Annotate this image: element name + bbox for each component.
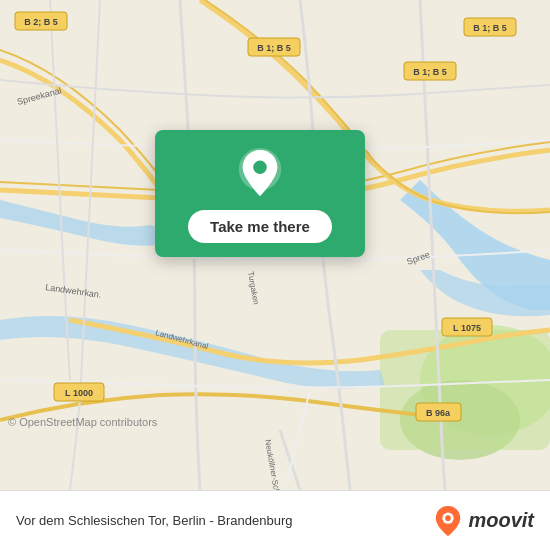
- svg-rect-3: [380, 330, 550, 450]
- location-label: Vor dem Schlesischen Tor, Berlin - Brand…: [16, 513, 293, 528]
- svg-text:B 1; B 5: B 1; B 5: [473, 23, 507, 33]
- take-me-there-button[interactable]: Take me there: [188, 210, 332, 243]
- location-text: Vor dem Schlesischen Tor, Berlin - Brand…: [16, 513, 293, 528]
- svg-text:B 96a: B 96a: [426, 408, 451, 418]
- moovit-pin-icon: [434, 505, 462, 537]
- svg-text:B 1; B 5: B 1; B 5: [413, 67, 447, 77]
- location-card: Take me there: [155, 130, 365, 257]
- map-container: B 2; B 5 B 1; B 5 B 1; B 5 B 1; B 5 L 10…: [0, 0, 550, 490]
- svg-text:L 1000: L 1000: [65, 388, 93, 398]
- svg-point-26: [253, 161, 266, 174]
- bottom-bar: Vor dem Schlesischen Tor, Berlin - Brand…: [0, 490, 550, 550]
- svg-text:L 1075: L 1075: [453, 323, 481, 333]
- svg-point-28: [446, 515, 452, 521]
- location-pin-icon: [238, 148, 282, 200]
- svg-text:B 1; B 5: B 1; B 5: [257, 43, 291, 53]
- moovit-logo: moovit: [434, 505, 534, 537]
- moovit-logo-text: moovit: [468, 509, 534, 532]
- copyright-text: © OpenStreetMap contributors: [8, 416, 157, 428]
- svg-text:B 2; B 5: B 2; B 5: [24, 17, 58, 27]
